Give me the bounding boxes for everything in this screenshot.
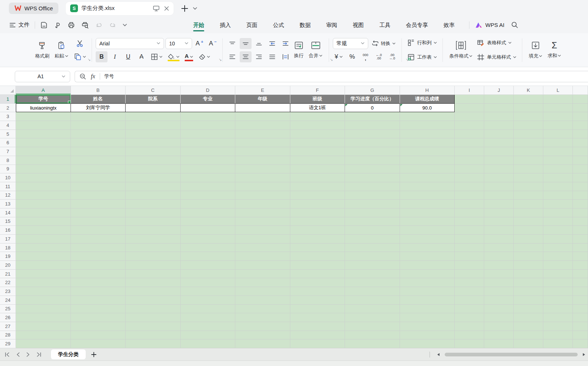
cell-B27[interactable] (71, 322, 126, 331)
cell-D17[interactable] (181, 235, 236, 244)
print-icon[interactable] (68, 21, 75, 29)
cell-J22[interactable] (484, 278, 514, 287)
formula-value[interactable]: 学号 (105, 73, 114, 80)
table-style-button[interactable]: 表格样式 (475, 37, 518, 48)
cell-K3[interactable] (514, 112, 543, 121)
column-header-C[interactable]: C (126, 86, 181, 95)
cell-E26[interactable] (235, 313, 290, 322)
row-header-15[interactable]: 15 (0, 217, 16, 226)
row-header-25[interactable]: 25 (0, 305, 16, 314)
cell-D27[interactable] (181, 322, 236, 331)
cell-J12[interactable] (484, 191, 514, 200)
cell-F7[interactable] (290, 147, 345, 156)
cell-K29[interactable] (514, 339, 543, 348)
cell-H4[interactable] (400, 121, 455, 130)
cell-A2[interactable]: liuxiaoningtx (16, 104, 71, 113)
cell-C25[interactable] (126, 305, 181, 314)
select-all-corner[interactable] (0, 86, 16, 95)
row-header-22[interactable]: 22 (0, 278, 16, 287)
cell-K5[interactable] (514, 130, 543, 139)
cell-G18[interactable] (345, 244, 400, 252)
cell-M6[interactable] (573, 138, 588, 147)
cell-E4[interactable] (235, 121, 290, 130)
increase-indent-button[interactable] (280, 38, 291, 49)
cell-H10[interactable] (400, 173, 455, 182)
cell-J4[interactable] (484, 121, 514, 130)
cell-L23[interactable] (543, 287, 573, 296)
cell-name-box[interactable]: A1 (15, 71, 70, 82)
conditional-formatting-button[interactable]: 条件格式 (447, 39, 475, 61)
convert-button[interactable]: 转换 (370, 38, 397, 49)
cell-C2[interactable] (126, 104, 181, 113)
cell-D3[interactable] (181, 112, 236, 121)
cell-M15[interactable] (573, 217, 588, 226)
menu-tab-5[interactable]: 数据 (292, 17, 318, 33)
group-expand-arrow[interactable]: ↘ (88, 58, 90, 62)
cell-H6[interactable] (400, 138, 455, 147)
cell-D14[interactable] (181, 208, 236, 217)
menu-tab-10[interactable]: 效率 (436, 17, 462, 33)
cell-J19[interactable] (484, 252, 514, 261)
cell-H24[interactable] (400, 296, 455, 305)
cell-A11[interactable] (16, 182, 71, 191)
cell-I17[interactable] (455, 235, 484, 244)
cell-B22[interactable] (71, 278, 126, 287)
cell-E15[interactable] (235, 217, 290, 226)
cell-A19[interactable] (16, 252, 71, 261)
cell-D1[interactable]: 专业 (181, 95, 236, 104)
distributed-button[interactable] (280, 51, 291, 62)
cell-E20[interactable] (235, 261, 290, 270)
row-header-27[interactable]: 27 (0, 322, 16, 331)
cell-H5[interactable] (400, 130, 455, 139)
cell-I16[interactable] (455, 226, 484, 235)
cell-D6[interactable] (181, 138, 236, 147)
increase-decimal-button[interactable]: ←.0.00 (373, 51, 384, 62)
cell-C22[interactable] (126, 278, 181, 287)
bold-button[interactable]: B (96, 51, 107, 62)
cell-style-button[interactable]: 单元格样式 (475, 52, 518, 63)
menu-tab-8[interactable]: 工具 (372, 17, 398, 33)
group-expand-arrow[interactable]: ↘ (406, 58, 408, 62)
borders-button[interactable] (149, 51, 164, 62)
menu-tab-1[interactable]: 开始 (185, 17, 212, 33)
cell-L24[interactable] (543, 296, 573, 305)
cell-D11[interactable] (181, 182, 236, 191)
cell-K27[interactable] (514, 322, 543, 331)
cell-B16[interactable] (71, 226, 126, 235)
close-tab-icon[interactable] (164, 6, 169, 11)
row-header-14[interactable]: 14 (0, 208, 16, 217)
cell-H3[interactable] (400, 112, 455, 121)
column-header-H[interactable]: H (400, 86, 455, 95)
next-sheet-icon[interactable] (26, 352, 30, 357)
cell-K14[interactable] (514, 208, 543, 217)
redo-icon[interactable] (109, 22, 116, 28)
cell-K15[interactable] (514, 217, 543, 226)
cell-I27[interactable] (455, 322, 484, 331)
cell-M3[interactable] (573, 112, 588, 121)
cell-F26[interactable] (290, 313, 345, 322)
cell-K16[interactable] (514, 226, 543, 235)
cell-A20[interactable] (16, 261, 71, 270)
menu-tab-3[interactable]: 页面 (239, 17, 265, 33)
column-header-D[interactable]: D (181, 86, 236, 95)
insert-function-icon[interactable]: fx (91, 73, 95, 80)
cell-J2[interactable] (484, 104, 514, 113)
cell-A10[interactable] (16, 173, 71, 182)
cell-E11[interactable] (235, 182, 290, 191)
cell-G10[interactable] (345, 173, 400, 182)
cell-L27[interactable] (543, 322, 573, 331)
cell-B1[interactable]: 姓名 (71, 95, 126, 104)
new-tab-button[interactable] (181, 5, 188, 12)
underline-button[interactable]: U (122, 51, 134, 62)
cell-B24[interactable] (71, 296, 126, 305)
cell-H9[interactable] (400, 165, 455, 174)
cell-A14[interactable] (16, 208, 71, 217)
cell-I12[interactable] (455, 191, 484, 200)
cell-D19[interactable] (181, 252, 236, 261)
cell-L28[interactable] (543, 331, 573, 340)
cell-B20[interactable] (71, 261, 126, 270)
cell-K26[interactable] (514, 313, 543, 322)
cell-I2[interactable] (455, 104, 484, 113)
cell-G7[interactable] (345, 147, 400, 156)
row-header-11[interactable]: 11 (0, 182, 16, 191)
